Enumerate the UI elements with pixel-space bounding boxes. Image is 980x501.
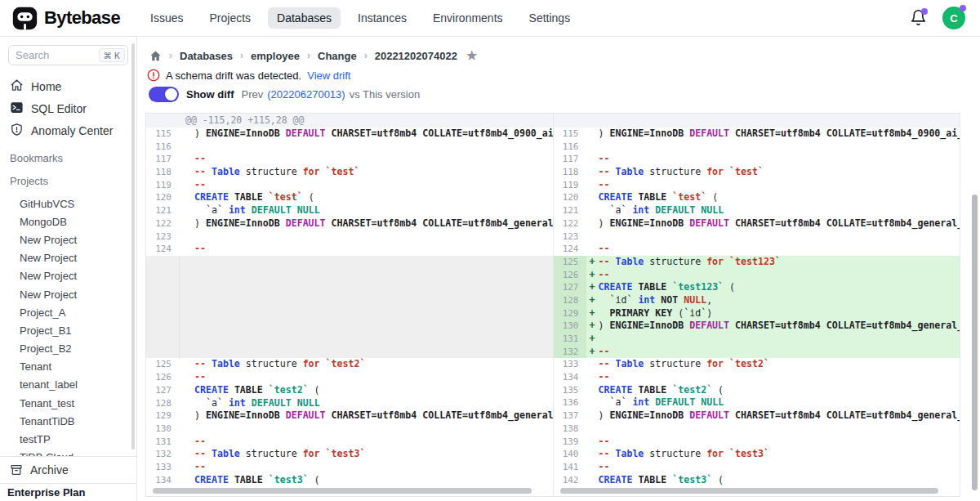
breadcrumb: › Databases › employee › Change › 202212… [149, 48, 477, 63]
project-item[interactable]: TenantTiDB [0, 412, 136, 430]
code-line: CREATE TABLE `test3` ( [179, 474, 553, 487]
bytebase-logo[interactable]: Bytebase [11, 5, 120, 32]
nav-link-projects[interactable]: Projects [201, 7, 261, 29]
code-line: -- [599, 461, 960, 474]
code-line: -- Table structure for `test2` [179, 358, 553, 371]
home-icon[interactable] [149, 50, 162, 62]
sidebar-item-home[interactable]: Home [0, 75, 136, 97]
code-line: -- [179, 436, 553, 449]
line-number: 142 [554, 474, 586, 487]
diff-sign [586, 409, 599, 423]
project-item[interactable]: New Project [0, 249, 136, 267]
user-avatar[interactable]: C [942, 7, 965, 29]
diff-row: 129) ENGINE=InnoDB DEFAULT CHARSET=utf8m… [146, 409, 553, 423]
project-item[interactable]: testTP [0, 430, 136, 448]
project-item[interactable]: tenant_label [0, 376, 136, 394]
project-item[interactable]: Project_A [0, 303, 136, 321]
code-line [599, 141, 960, 154]
sidebar-scrollbar[interactable] [131, 43, 135, 450]
diff-sign [586, 448, 599, 461]
diff-sign [586, 179, 599, 192]
diff-row: 115) ENGINE=InnoDB DEFAULT CHARSET=utf8m… [146, 127, 553, 141]
diff-row: 118-- Table structure for `test` [146, 166, 553, 179]
search-shortcut-badge: ⌘ K [99, 48, 125, 62]
code-line: CREATE TABLE `test2` ( [599, 384, 960, 397]
diff-row: 135 CREATE TABLE `test2` ( [554, 384, 960, 397]
code-line: -- Table structure for `test` [179, 166, 553, 179]
nav-link-instances[interactable]: Instances [349, 7, 416, 29]
schema-diff-viewer: @@ -115,20 +115,28 @@ 115) ENGINE=InnoDB… [145, 113, 960, 497]
horizontal-scrollbar-right[interactable] [560, 488, 939, 494]
project-item[interactable]: New Project [0, 230, 136, 248]
diff-row-added: 128+ `id` int NOT NULL, [554, 294, 960, 307]
breadcrumb-databases[interactable]: Databases [180, 50, 233, 62]
line-number: 137 [554, 409, 586, 423]
breadcrumb-employee[interactable]: employee [251, 50, 300, 62]
line-number: 126 [554, 269, 586, 282]
project-item[interactable]: Project_B1 [0, 321, 136, 339]
nav-link-databases[interactable]: Databases [268, 7, 341, 29]
project-item[interactable]: GitHubVCS [0, 195, 136, 212]
breadcrumb-change[interactable]: Change [318, 50, 357, 62]
line-number: 126 [146, 371, 179, 384]
search-input[interactable]: Search ⌘ K [8, 45, 128, 65]
code-line: ) ENGINE=InnoDB DEFAULT CHARSET=utf8mb4 … [599, 217, 960, 230]
project-item[interactable]: Tenant_test [0, 394, 136, 412]
view-drift-link[interactable]: View drift [307, 69, 350, 82]
project-item[interactable]: New Project [0, 267, 136, 285]
diff-sign [586, 230, 599, 244]
diff-row: 116 [146, 141, 553, 154]
page-vertical-scrollbar[interactable] [972, 195, 978, 490]
diff-row: 122 ) ENGINE=InnoDB DEFAULT CHARSET=utf8… [554, 217, 960, 230]
project-item[interactable]: New Project [0, 285, 136, 303]
line-number: 133 [554, 358, 586, 371]
show-diff-toggle[interactable] [149, 87, 179, 102]
diff-row: 123 [554, 230, 960, 244]
line-number: 136 [554, 396, 586, 409]
code-line [179, 141, 553, 154]
nav-link-settings[interactable]: Settings [520, 7, 580, 29]
line-number: 119 [554, 179, 586, 192]
notification-bell-button[interactable] [910, 9, 928, 27]
diff-row: 142 CREATE TABLE `test3` ( [554, 474, 960, 487]
code-line: `id` int NOT NULL, [599, 294, 960, 307]
diff-row: 137 ) ENGINE=InnoDB DEFAULT CHARSET=utf8… [554, 409, 960, 423]
breadcrumb-version[interactable]: 20221202074022 [375, 50, 457, 62]
diff-row-added: 129+ PRIMARY KEY (`id`) [554, 307, 960, 320]
sidebar-item-archive[interactable]: Archive [0, 456, 136, 483]
project-item[interactable]: Project_B2 [0, 340, 136, 358]
project-list: GitHubVCSMongoDBNew ProjectNew ProjectNe… [0, 195, 136, 467]
project-item[interactable]: Tenant [0, 358, 136, 376]
horizontal-scrollbar-left[interactable] [153, 488, 532, 494]
nav-link-issues[interactable]: Issues [141, 7, 192, 29]
line-number: 132 [146, 448, 179, 461]
sidebar-item-sql-editor[interactable]: SQL Editor [0, 97, 136, 119]
diff-sign [586, 141, 599, 154]
diff-sign: + [586, 307, 599, 320]
diff-sign: + [586, 256, 599, 269]
sidebar-item-anomaly-center[interactable]: Anomaly Center [0, 119, 136, 141]
hunk-header: @@ -115,20 +115,28 @@ [146, 114, 553, 127]
code-line: `a` int DEFAULT NULL [599, 396, 960, 409]
plan-badge: Enterprise Plan [0, 483, 136, 501]
line-number: 122 [554, 217, 586, 230]
diff-sign [586, 358, 599, 371]
line-number: 125 [146, 358, 179, 371]
anomaly-center-icon [10, 123, 24, 139]
diff-sign [586, 396, 599, 409]
line-number: 140 [554, 448, 586, 461]
star-icon[interactable]: ★ [466, 48, 477, 63]
line-number: 120 [146, 191, 179, 204]
code-line [179, 423, 553, 436]
diff-row-added: 125+-- Table structure for `test123` [554, 256, 960, 269]
breadcrumb-separator: › [240, 50, 243, 61]
project-item[interactable]: MongoDB [0, 212, 136, 230]
nav-link-environments[interactable]: Environments [424, 7, 512, 29]
sidebar-item-label: SQL Editor [31, 102, 87, 115]
prev-version-link[interactable]: (202206270013) [267, 88, 345, 101]
diff-row: 117 -- [554, 153, 960, 166]
notification-dot [921, 8, 928, 15]
diff-row: 119 -- [554, 179, 960, 192]
diff-sign [586, 384, 599, 397]
diff-row-added: 126+-- [554, 269, 960, 282]
